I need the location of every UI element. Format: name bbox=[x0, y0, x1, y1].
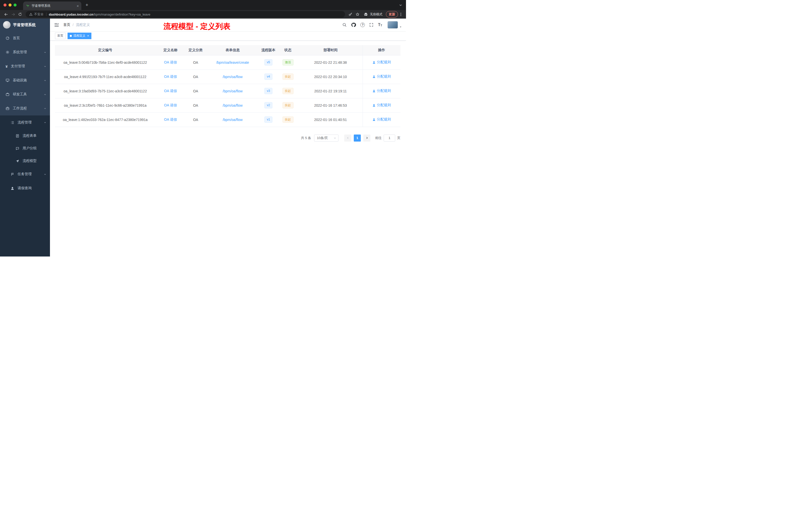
version-tag: v4 bbox=[264, 73, 273, 80]
password-key-icon[interactable] bbox=[347, 11, 354, 18]
assign-rule-button[interactable]: 分配规则 bbox=[372, 103, 391, 108]
back-icon[interactable] bbox=[2, 11, 9, 18]
person-icon bbox=[372, 118, 376, 121]
form-info-link[interactable]: /bpm/oa/leave/create bbox=[216, 60, 249, 64]
browser-tab[interactable]: 芋道管理系统 × bbox=[23, 1, 81, 10]
tab-close-icon[interactable]: × bbox=[77, 4, 79, 8]
sidebar-item-devtools[interactable]: 研发工具 bbox=[0, 87, 50, 101]
definition-name-link[interactable]: OA 请假 bbox=[164, 117, 177, 121]
gauge-icon bbox=[5, 36, 9, 40]
col-action: 操作 bbox=[362, 45, 401, 55]
tag-close-icon[interactable]: × bbox=[87, 34, 89, 37]
tag-home[interactable]: 首页 bbox=[55, 33, 65, 39]
assign-rule-button[interactable]: 分配规则 bbox=[372, 89, 391, 93]
assign-rule-button[interactable]: 分配规则 bbox=[372, 60, 391, 64]
window-zoom-button[interactable] bbox=[13, 3, 17, 6]
current-page-button[interactable]: 1 bbox=[354, 134, 361, 142]
assign-rule-button[interactable]: 分配规则 bbox=[372, 74, 391, 79]
chevron-up-icon bbox=[44, 121, 47, 124]
caret-down-icon bbox=[399, 26, 402, 28]
form-info-link[interactable]: /bpm/oa/flow bbox=[223, 75, 242, 79]
forward-icon[interactable] bbox=[9, 11, 17, 18]
pagination-total: 共 5 条 bbox=[301, 136, 311, 140]
table-row: oa_leave:5:004b710b-7b8a-11ec-8ef0-acde4… bbox=[55, 55, 401, 69]
cell-definition-id: oa_leave:4:991f2193-7b7f-11ec-a3c8-acde4… bbox=[55, 69, 155, 84]
sidebar-item-process-mgmt[interactable]: 流程管理 bbox=[0, 116, 50, 129]
sidebar-item-home[interactable]: 首页 bbox=[0, 31, 50, 45]
table-row: oa_leave:2:3c1f0ef1-76b1-11ec-9c66-a2380… bbox=[55, 98, 401, 113]
window-close-button[interactable] bbox=[3, 3, 6, 6]
sidebar-item-infrastructure[interactable]: 基础设施 bbox=[0, 73, 50, 87]
definition-name-link[interactable]: OA 请假 bbox=[164, 74, 177, 79]
page-annotation: 流程模型 - 定义列表 bbox=[164, 22, 231, 31]
tab-search-icon[interactable] bbox=[399, 3, 403, 7]
sidebar-logo: 芋道管理系统 bbox=[0, 19, 50, 31]
site-security-chip[interactable]: 不安全 bbox=[29, 12, 44, 17]
list-icon bbox=[10, 121, 14, 124]
breadcrumb-separator: / bbox=[72, 23, 74, 27]
person-icon bbox=[372, 61, 376, 64]
pagination: 共 5 条 10条/页 1 前往 页 bbox=[55, 134, 401, 142]
sidebar-fold-icon[interactable] bbox=[54, 22, 59, 28]
help-icon[interactable]: ? bbox=[360, 23, 365, 27]
main-area: 流程模型 - 定义列表 首页 / 流程定义 ? TT 首页 bbox=[50, 19, 406, 256]
sidebar-item-process-model[interactable]: 流程模型 bbox=[0, 155, 50, 167]
incognito-icon bbox=[364, 12, 368, 17]
sidebar-item-task-mgmt[interactable]: 任务管理 bbox=[0, 167, 50, 181]
browser-toolbar: 不安全 dashboard.yudao.iocoder.cn /bpm/mana… bbox=[0, 10, 406, 19]
document-icon bbox=[16, 134, 19, 138]
sidebar-item-system[interactable]: 系统管理 bbox=[0, 45, 50, 59]
fullscreen-icon[interactable] bbox=[369, 23, 374, 27]
prev-page-button[interactable] bbox=[344, 134, 351, 142]
definition-name-link[interactable]: OA 请假 bbox=[164, 103, 177, 107]
warning-icon bbox=[29, 12, 33, 16]
definition-table: 定义编号 定义名称 定义分类 表单信息 流程版本 状态 部署时间 操作 oa_l… bbox=[55, 45, 401, 127]
cell-category: OA bbox=[185, 84, 206, 98]
table-row: oa_leave:1:482ec033-762a-11ec-8477-a2380… bbox=[55, 113, 401, 127]
browser-update-button[interactable]: 更新 bbox=[386, 11, 398, 18]
tab-favicon-icon bbox=[26, 4, 30, 7]
browser-menu-icon[interactable] bbox=[398, 12, 404, 17]
form-info-link[interactable]: /bpm/oa/flow bbox=[223, 103, 242, 108]
new-tab-button[interactable]: + bbox=[83, 1, 90, 8]
cell-category: OA bbox=[185, 98, 206, 113]
reload-icon[interactable] bbox=[17, 11, 24, 18]
table-row: oa_leave:3:1fad3d93-7b75-11ec-a3c8-acde4… bbox=[55, 84, 401, 98]
bookmark-star-icon[interactable] bbox=[354, 11, 361, 18]
cell-deploy-time: 2022-01-22 19:19:11 bbox=[298, 84, 362, 98]
col-definition-id: 定义编号 bbox=[55, 45, 155, 55]
form-info-link[interactable]: /bpm/oa/flow bbox=[223, 118, 242, 122]
search-icon[interactable] bbox=[342, 23, 347, 27]
goto-page-input[interactable] bbox=[384, 134, 395, 142]
address-bar[interactable]: 不安全 dashboard.yudao.iocoder.cn /bpm/mana… bbox=[26, 11, 345, 18]
breadcrumb-home[interactable]: 首页 bbox=[63, 23, 70, 27]
window-minimize-button[interactable] bbox=[8, 3, 11, 6]
user-avatar[interactable] bbox=[387, 21, 402, 29]
sidebar-item-workflow[interactable]: 工作流程 bbox=[0, 101, 50, 116]
tab-title: 芋道管理系统 bbox=[32, 4, 75, 8]
font-size-icon[interactable]: TT bbox=[378, 23, 382, 27]
definition-name-link[interactable]: OA 请假 bbox=[164, 60, 177, 64]
briefcase-icon bbox=[5, 107, 9, 111]
assign-rule-button[interactable]: 分配规则 bbox=[372, 117, 391, 122]
page-size-select[interactable]: 10条/页 bbox=[314, 134, 339, 142]
definition-name-link[interactable]: OA 请假 bbox=[164, 89, 177, 93]
sidebar-item-process-form[interactable]: 流程表单 bbox=[0, 129, 50, 142]
next-page-button[interactable] bbox=[363, 134, 370, 142]
col-definition-category: 定义分类 bbox=[185, 45, 206, 55]
sidebar-item-user-group[interactable]: 用户分组 bbox=[0, 142, 50, 155]
sidebar-item-leave-query[interactable]: 请假查询 bbox=[0, 181, 50, 195]
chevron-down-icon bbox=[44, 173, 47, 176]
cell-deploy-time: 2022-01-22 20:34:10 bbox=[298, 69, 362, 84]
chevron-down-icon bbox=[44, 79, 47, 82]
sidebar-item-payment[interactable]: ¥ 支付管理 bbox=[0, 59, 50, 73]
tag-process-definition[interactable]: 流程定义 × bbox=[67, 33, 91, 39]
person-icon bbox=[372, 89, 376, 93]
yen-icon: ¥ bbox=[5, 64, 7, 68]
form-info-link[interactable]: /bpm/oa/flow bbox=[223, 89, 242, 93]
col-deploy-time: 部署时间 bbox=[298, 45, 362, 55]
flag-icon bbox=[10, 173, 14, 176]
cell-definition-id: oa_leave:3:1fad3d93-7b75-11ec-a3c8-acde4… bbox=[55, 84, 155, 98]
page-unit-label: 页 bbox=[397, 136, 401, 140]
github-icon[interactable] bbox=[351, 22, 356, 27]
